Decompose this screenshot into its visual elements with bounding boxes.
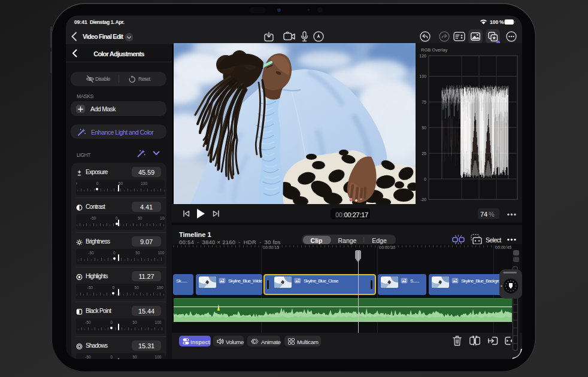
- svg-text:0: 0: [424, 177, 426, 181]
- svg-text:120: 120: [419, 54, 426, 58]
- svg-text:100: 100: [419, 74, 426, 78]
- svg-text:RGB Overlay: RGB Overlay: [421, 47, 447, 53]
- svg-text:75: 75: [422, 100, 426, 104]
- svg-text:25: 25: [422, 151, 426, 156]
- svg-text:50: 50: [422, 126, 426, 130]
- svg-text:-20: -20: [420, 197, 426, 202]
